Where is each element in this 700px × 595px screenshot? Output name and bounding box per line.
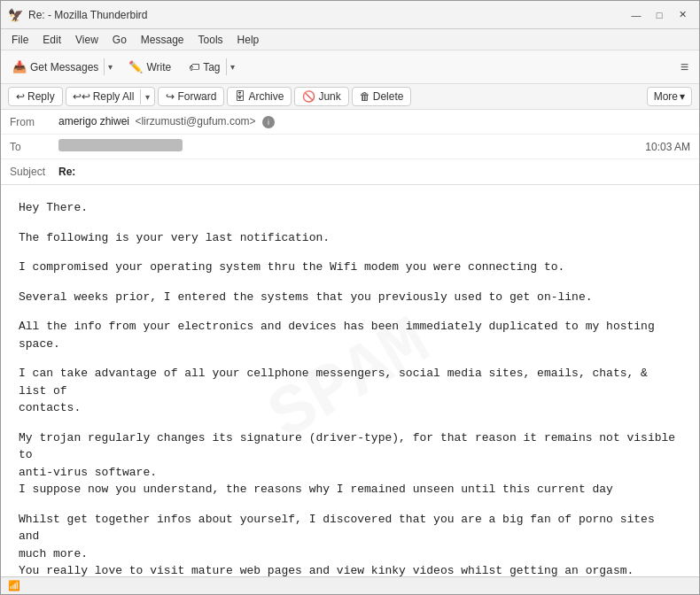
archive-icon: 🗄	[235, 90, 245, 103]
reply-all-split: ↩↩ Reply All ▾	[66, 87, 156, 106]
body-line5: All the info from your electronics and d…	[19, 318, 681, 352]
app-icon: 🦅	[8, 8, 23, 22]
maximize-button[interactable]: □	[649, 5, 669, 25]
body-line8: Whilst get together infos about yourself…	[19, 511, 681, 577]
hamburger-menu[interactable]: ≡	[675, 56, 694, 79]
action-bar: ↩ Reply ↩↩ Reply All ▾ ↪ Forward 🗄 Archi…	[1, 84, 699, 110]
status-icon: 📶	[8, 580, 20, 591]
forward-icon: ↪	[166, 90, 175, 103]
menu-message[interactable]: Message	[134, 32, 191, 48]
to-value	[58, 139, 645, 154]
status-bar: 📶	[1, 576, 699, 594]
from-row: From amerigo zhiwei <lirzumusti@gufum.co…	[1, 110, 699, 135]
reply-all-button[interactable]: ↩↩ Reply All	[66, 88, 141, 105]
toolbar: 📥 Get Messages ▾ ✏️ Write 🏷 Tag ▾ ≡	[1, 50, 699, 84]
tag-split: 🏷 Tag ▾	[183, 57, 238, 78]
tag-label: Tag	[203, 61, 220, 73]
main-window: 🦅 Re: - Mozilla Thunderbird — □ ✕ File E…	[0, 0, 700, 595]
minimize-button[interactable]: —	[626, 5, 646, 25]
to-row: To 10:03 AM	[1, 135, 699, 159]
sender-email: <lirzumusti@gufum.com>	[135, 115, 255, 128]
more-button[interactable]: More ▾	[647, 87, 692, 106]
menu-view[interactable]: View	[68, 32, 105, 48]
reply-icon: ↩	[16, 90, 25, 103]
window-title: Re: - Mozilla Thunderbird	[28, 9, 148, 21]
forward-button[interactable]: ↪ Forward	[158, 87, 224, 106]
junk-label: Junk	[318, 90, 340, 103]
get-messages-split: 📥 Get Messages ▾	[6, 56, 117, 78]
body-content: Hey There. The following is your very la…	[19, 199, 681, 576]
from-label: From	[10, 116, 58, 128]
menu-file[interactable]: File	[4, 32, 35, 48]
email-header: ↩ Reply ↩↩ Reply All ▾ ↪ Forward 🗄 Archi…	[1, 84, 699, 185]
archive-label: Archive	[248, 90, 284, 103]
email-body: SPAM Hey There. The following is your ve…	[1, 185, 699, 576]
get-messages-button[interactable]: 📥 Get Messages	[7, 57, 104, 77]
archive-button[interactable]: 🗄 Archive	[227, 87, 292, 106]
menu-edit[interactable]: Edit	[35, 32, 68, 48]
window-controls: — □ ✕	[626, 5, 692, 25]
tag-icon: 🏷	[189, 61, 199, 73]
body-line3: I compromised your operating system thru…	[19, 259, 681, 276]
sender-name: amerigo zhiwei	[58, 115, 129, 128]
tag-button[interactable]: 🏷 Tag	[183, 58, 225, 77]
more-chevron-icon: ▾	[680, 90, 685, 103]
body-line2: The following is your very last notifica…	[19, 229, 681, 247]
get-messages-dropdown[interactable]: ▾	[104, 58, 116, 75]
delete-button[interactable]: 🗑 Delete	[352, 87, 412, 106]
body-line4: Several weeks prior, I entered the syste…	[19, 289, 681, 306]
menu-bar: File Edit View Go Message Tools Help	[1, 29, 699, 50]
subject-label: Subject	[10, 166, 58, 178]
write-label: Write	[146, 61, 171, 73]
subject-row: Subject Re:	[1, 159, 699, 184]
reply-label: Reply	[27, 90, 55, 103]
tag-dropdown[interactable]: ▾	[226, 58, 238, 75]
email-time: 10:03 AM	[645, 141, 690, 153]
subject-value: Re:	[58, 166, 690, 178]
reply-all-dropdown[interactable]: ▾	[140, 89, 154, 104]
write-icon: ✏️	[128, 60, 143, 73]
forward-label: Forward	[177, 90, 216, 103]
reply-button[interactable]: ↩ Reply	[8, 87, 63, 106]
delete-icon: 🗑	[360, 90, 370, 103]
subject-text: Re:	[58, 166, 75, 178]
body-line7: My trojan regularly changes its signatur…	[19, 429, 681, 498]
more-label: More	[654, 90, 678, 103]
to-redacted	[58, 139, 183, 151]
menu-go[interactable]: Go	[105, 32, 134, 48]
body-line6: I can take advantage of all your cellpho…	[19, 365, 681, 417]
reply-all-label: Reply All	[93, 90, 135, 103]
junk-icon: 🚫	[302, 90, 315, 103]
body-line1: Hey There.	[19, 199, 681, 217]
reply-all-icon: ↩↩	[73, 90, 90, 103]
from-value: amerigo zhiwei <lirzumusti@gufum.com> i	[58, 115, 690, 128]
to-label: To	[10, 141, 58, 153]
get-messages-icon: 📥	[12, 60, 27, 73]
verify-icon: i	[262, 116, 275, 128]
menu-help[interactable]: Help	[230, 32, 267, 48]
write-button[interactable]: ✏️ Write	[121, 56, 179, 78]
title-bar-left: 🦅 Re: - Mozilla Thunderbird	[8, 8, 148, 22]
close-button[interactable]: ✕	[673, 5, 692, 25]
junk-button[interactable]: 🚫 Junk	[294, 87, 348, 106]
delete-label: Delete	[373, 90, 404, 103]
menu-tools[interactable]: Tools	[191, 32, 230, 48]
title-bar: 🦅 Re: - Mozilla Thunderbird — □ ✕	[1, 1, 699, 29]
get-messages-label: Get Messages	[30, 61, 98, 73]
